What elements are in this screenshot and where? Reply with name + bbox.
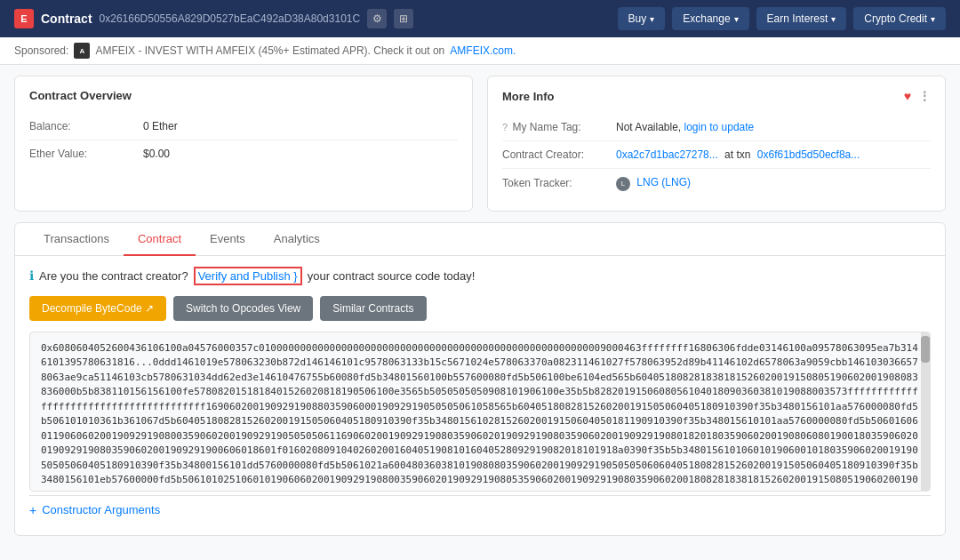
chevron-down-icon: ▾ xyxy=(734,14,739,24)
question-icon: ? xyxy=(502,122,508,132)
constructor-label: Constructor Arguments xyxy=(42,503,160,516)
balance-value: 0 Ether xyxy=(143,120,178,132)
grid-icon[interactable]: ⊞ xyxy=(394,9,413,28)
info-icon: ℹ xyxy=(29,268,34,283)
tab-transactions[interactable]: Transactions xyxy=(29,223,124,256)
name-tag-row: ? My Name Tag: Not Available, login to u… xyxy=(502,114,931,141)
creator-row: Contract Creator: 0xa2c7d1bac27278... at… xyxy=(502,141,931,169)
verify-suffix: your contract source code today! xyxy=(308,269,476,283)
buy-button[interactable]: Buy ▾ xyxy=(618,7,666,30)
opcodes-button[interactable]: Switch to Opcodes View xyxy=(173,296,313,321)
contract-overview-title: Contract Overview xyxy=(29,89,458,102)
header-icons: ⚙ ⊞ xyxy=(367,9,413,28)
more-options-icon[interactable]: ⋮ xyxy=(918,89,931,103)
creator-value: 0xa2c7d1bac27278... at txn 0x6f61bd5d50e… xyxy=(616,148,860,161)
sponsored-bar: Sponsored: A AMFEIX - INVEST WITH AMFEIX… xyxy=(0,37,960,65)
creator-label: Contract Creator: xyxy=(502,148,609,161)
panel-title-icons: ♥ ⋮ xyxy=(904,89,931,103)
page-label: Contract xyxy=(41,12,92,26)
amfeix-logo: A xyxy=(74,43,90,59)
earn-interest-button[interactable]: Earn Interest ▾ xyxy=(756,7,847,30)
balance-row: Balance: 0 Ether xyxy=(29,113,458,140)
contract-address: 0x26166D50556A829D0527bEaC492aD38A80d310… xyxy=(100,12,361,25)
scroll-thumb[interactable] xyxy=(921,336,930,363)
exchange-button[interactable]: Exchange ▾ xyxy=(672,7,748,30)
balance-label: Balance: xyxy=(29,120,136,132)
sponsored-link[interactable]: AMFEIX.com. xyxy=(450,44,516,57)
ether-value: $0.00 xyxy=(143,148,170,160)
token-link[interactable]: LNG (LNG) xyxy=(636,176,691,188)
decompile-button[interactable]: Decompile ByteCode ↗ xyxy=(29,296,166,321)
token-tracker-label: Token Tracker: xyxy=(502,177,609,189)
verify-publish-link[interactable]: Verify and Publish } xyxy=(194,267,302,285)
chevron-down-icon: ▾ xyxy=(931,14,935,24)
token-tracker-row: Token Tracker: L LNG (LNG) xyxy=(502,169,931,198)
tab-analytics[interactable]: Analytics xyxy=(260,223,334,256)
main-content: Contract Overview Balance: 0 Ether Ether… xyxy=(0,65,960,547)
contract-overview-panel: Contract Overview Balance: 0 Ether Ether… xyxy=(14,76,473,212)
bytecode-text: 0x6080604052600436106100a04576000357c010… xyxy=(41,342,918,492)
action-buttons: Decompile ByteCode ↗ Switch to Opcodes V… xyxy=(29,296,931,321)
chevron-down-icon: ▾ xyxy=(650,14,654,24)
verify-notice: ℹ Are you the contract creator? Verify a… xyxy=(29,267,931,285)
creator-txn-link[interactable]: 0x6f61bd5d50ecf8a... xyxy=(757,148,860,161)
header-left: E Contract 0x26166D50556A829D0527bEaC492… xyxy=(14,9,413,28)
settings-icon[interactable]: ⚙ xyxy=(367,9,387,28)
login-link[interactable]: login to update xyxy=(684,121,755,133)
similar-contracts-button[interactable]: Similar Contracts xyxy=(320,296,426,321)
token-icon: L xyxy=(616,177,630,191)
favorite-icon[interactable]: ♥ xyxy=(904,89,911,103)
sponsored-label: Sponsored: xyxy=(14,44,68,57)
tabs-container: Transactions Contract Events Analytics ℹ… xyxy=(14,222,946,536)
token-tracker-value: L LNG (LNG) xyxy=(616,176,691,191)
creator-address-link[interactable]: 0xa2c7d1bac27278... xyxy=(616,148,718,161)
header: E Contract 0x26166D50556A829D0527bEaC492… xyxy=(0,0,960,37)
name-tag-value: Not Available, login to update xyxy=(616,121,754,133)
info-panels: Contract Overview Balance: 0 Ether Ether… xyxy=(14,76,946,212)
tabs-header: Transactions Contract Events Analytics xyxy=(15,223,945,256)
ether-value-row: Ether Value: $0.00 xyxy=(29,140,458,167)
tab-contract[interactable]: Contract xyxy=(124,223,196,256)
constructor-arguments-row[interactable]: + Constructor Arguments xyxy=(29,495,931,524)
tab-events[interactable]: Events xyxy=(196,223,260,256)
scroll-bar[interactable] xyxy=(921,332,930,491)
verify-notice-text: Are you the contract creator? xyxy=(39,269,188,283)
more-info-title: More Info ♥ ⋮ xyxy=(502,89,931,103)
chevron-down-icon: ▾ xyxy=(831,14,836,24)
more-info-panel: More Info ♥ ⋮ ? My Name Tag: Not Availab… xyxy=(487,76,946,212)
nav-buttons: Buy ▾ Exchange ▾ Earn Interest ▾ Crypto … xyxy=(618,7,946,30)
sponsored-text: AMFEIX - INVEST WITH AMFEIX (45%+ Estima… xyxy=(95,44,444,57)
crypto-credit-button[interactable]: Crypto Credit ▾ xyxy=(853,7,946,30)
etherscan-logo: E xyxy=(14,9,34,28)
name-tag-label: ? My Name Tag: xyxy=(502,121,609,133)
contract-tab-body: ℹ Are you the contract creator? Verify a… xyxy=(15,256,945,535)
plus-icon: + xyxy=(29,503,36,517)
ether-label: Ether Value: xyxy=(29,148,136,160)
bytecode-area: 0x6080604052600436106100a04576000357c010… xyxy=(29,332,931,492)
